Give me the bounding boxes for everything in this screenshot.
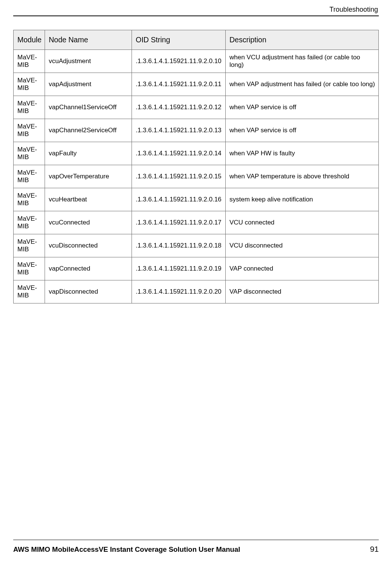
td-oid: .1.3.6.1.4.1.15921.11.9.2.0.15 — [132, 165, 225, 188]
table-row: MaVE-MIBvcuAdjustment.1.3.6.1.4.1.15921.… — [14, 50, 379, 73]
td-oid: .1.3.6.1.4.1.15921.11.9.2.0.18 — [132, 234, 225, 257]
table-row: MaVE-MIBvapAdjustment.1.3.6.1.4.1.15921.… — [14, 73, 379, 96]
td-node: vcuConnected — [45, 211, 132, 234]
td-node: vapDisconnected — [45, 280, 132, 303]
td-module: MaVE-MIB — [14, 73, 45, 96]
table-row: MaVE-MIBvapConnected.1.3.6.1.4.1.15921.1… — [14, 257, 379, 280]
td-desc: when VCU adjustment has failed (or cable… — [225, 50, 378, 73]
td-desc: when VAP temperature is above threshold — [225, 165, 378, 188]
td-desc: VCU connected — [225, 211, 378, 234]
table-row: MaVE-MIBvapChannel2ServiceOff.1.3.6.1.4.… — [14, 119, 379, 142]
td-oid: .1.3.6.1.4.1.15921.11.9.2.0.10 — [132, 50, 225, 73]
td-node: vapFaulty — [45, 142, 132, 165]
table-row: MaVE-MIBvcuHeartbeat.1.3.6.1.4.1.15921.1… — [14, 188, 379, 211]
footer: AWS MIMO MobileAccessVE Instant Coverage… — [13, 540, 379, 565]
td-oid: .1.3.6.1.4.1.15921.11.9.2.0.19 — [132, 257, 225, 280]
td-module: MaVE-MIB — [14, 165, 45, 188]
td-desc: when VAP service is off — [225, 119, 378, 142]
th-oid-string: OID String — [132, 30, 225, 50]
td-node: vapConnected — [45, 257, 132, 280]
table-row: MaVE-MIBvcuDisconnected.1.3.6.1.4.1.1592… — [14, 234, 379, 257]
footer-rule — [13, 540, 379, 540]
td-oid: .1.3.6.1.4.1.15921.11.9.2.0.12 — [132, 96, 225, 119]
td-oid: .1.3.6.1.4.1.15921.11.9.2.0.11 — [132, 73, 225, 96]
td-oid: .1.3.6.1.4.1.15921.11.9.2.0.20 — [132, 280, 225, 303]
td-oid: .1.3.6.1.4.1.15921.11.9.2.0.17 — [132, 211, 225, 234]
td-module: MaVE-MIB — [14, 280, 45, 303]
table-row: MaVE-MIBvapOverTemperature.1.3.6.1.4.1.1… — [14, 165, 379, 188]
td-desc: VAP disconnected — [225, 280, 378, 303]
td-desc: system keep alive notification — [225, 188, 378, 211]
td-node: vapChannel2ServiceOff — [45, 119, 132, 142]
td-oid: .1.3.6.1.4.1.15921.11.9.2.0.16 — [132, 188, 225, 211]
td-module: MaVE-MIB — [14, 96, 45, 119]
td-module: MaVE-MIB — [14, 50, 45, 73]
td-module: MaVE-MIB — [14, 234, 45, 257]
table-row: MaVE-MIBvapChannel1ServiceOff.1.3.6.1.4.… — [14, 96, 379, 119]
th-node-name: Node Name — [45, 30, 132, 50]
table-row: MaVE-MIBvapDisconnected.1.3.6.1.4.1.1592… — [14, 280, 379, 303]
td-node: vapAdjustment — [45, 73, 132, 96]
td-oid: .1.3.6.1.4.1.15921.11.9.2.0.13 — [132, 119, 225, 142]
th-module: Module — [14, 30, 45, 50]
td-module: MaVE-MIB — [14, 188, 45, 211]
td-module: MaVE-MIB — [14, 119, 45, 142]
td-module: MaVE-MIB — [14, 257, 45, 280]
table-row: MaVE-MIBvcuConnected.1.3.6.1.4.1.15921.1… — [14, 211, 379, 234]
td-desc: when VAP HW is faulty — [225, 142, 378, 165]
td-desc: when VAP service is off — [225, 96, 378, 119]
table-row: MaVE-MIBvapFaulty.1.3.6.1.4.1.15921.11.9… — [14, 142, 379, 165]
footer-page-number: 91 — [370, 545, 379, 554]
td-desc: VAP connected — [225, 257, 378, 280]
td-node: vapChannel1ServiceOff — [45, 96, 132, 119]
oid-table: Module Node Name OID String Description … — [13, 30, 379, 303]
header-rule — [13, 15, 379, 16]
td-node: vcuDisconnected — [45, 234, 132, 257]
td-oid: .1.3.6.1.4.1.15921.11.9.2.0.14 — [132, 142, 225, 165]
td-module: MaVE-MIB — [14, 211, 45, 234]
table-header-row: Module Node Name OID String Description — [14, 30, 379, 50]
header-section: Troubleshooting — [13, 6, 379, 15]
td-node: vcuAdjustment — [45, 50, 132, 73]
td-desc: when VAP adjustment has failed (or cable… — [225, 73, 378, 96]
th-description: Description — [225, 30, 378, 50]
td-desc: VCU disconnected — [225, 234, 378, 257]
td-node: vcuHeartbeat — [45, 188, 132, 211]
footer-title: AWS MIMO MobileAccessVE Instant Coverage… — [13, 545, 240, 554]
td-module: MaVE-MIB — [14, 142, 45, 165]
td-node: vapOverTemperature — [45, 165, 132, 188]
